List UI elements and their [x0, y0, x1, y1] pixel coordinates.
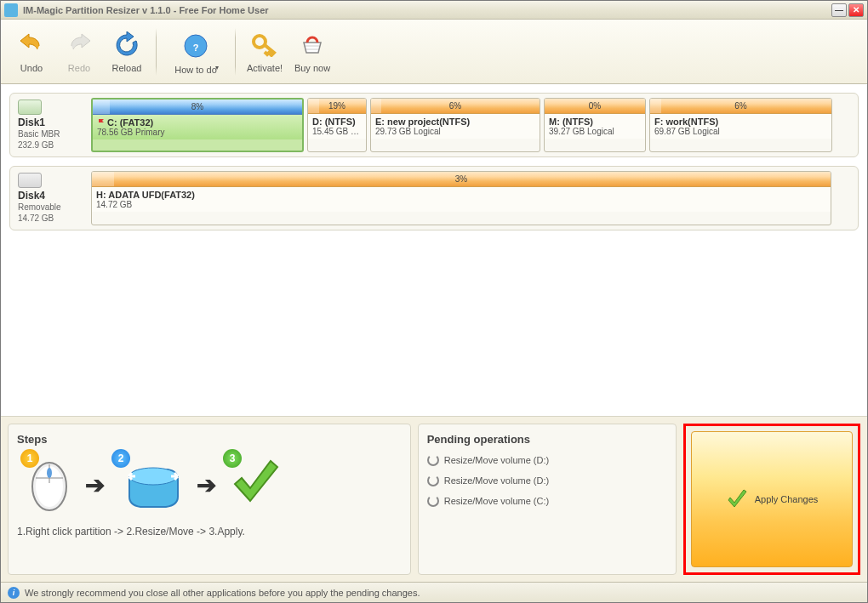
svg-text:?: ? [193, 43, 199, 53]
step-1-image: 1 [26, 454, 73, 515]
pending-label: Resize/Move volume (C:) [444, 496, 549, 506]
refresh-icon [427, 454, 439, 466]
partition-body: M: (NTFS)39.27 GB Logical [545, 114, 645, 139]
step-2-image: 2 [117, 454, 185, 515]
help-icon: ? [182, 32, 209, 60]
partition-percent: 6% [734, 101, 746, 111]
pending-label: Resize/Move volume (D:) [444, 475, 549, 486]
partition-title: H: ADATA UFD(FAT32) [96, 190, 826, 200]
toolbar-separator [156, 28, 157, 76]
partition[interactable]: 3%H: ADATA UFD(FAT32)14.72 GB [91, 171, 831, 225]
key-icon [251, 31, 278, 58]
disk-label: Disk4Removable14.72 GB [14, 171, 87, 225]
arrow-icon: ➔ [85, 471, 105, 499]
refresh-icon [427, 475, 439, 486]
undo-button[interactable]: Undo [8, 23, 55, 81]
apply-highlight: Apply Changes [683, 424, 860, 575]
svg-point-5 [47, 468, 52, 478]
apply-button[interactable]: Apply Changes [691, 431, 853, 567]
pending-title: Pending operations [427, 433, 667, 446]
arrow-icon: ➔ [197, 471, 216, 499]
partition-container: 8%C: (FAT32)78.56 GB Primary19%D: (NTFS)… [91, 98, 854, 152]
redo-icon [66, 31, 93, 58]
partition-body: C: (FAT32)78.56 GB Primary [93, 115, 302, 139]
basket-icon [299, 31, 326, 58]
disk-type: Removable [18, 202, 61, 213]
disk-size: 14.72 GB [18, 213, 54, 224]
disk-name: Disk4 [18, 190, 45, 202]
empty-area [1, 247, 867, 416]
disk-list: Disk1Basic MBR232.9 GB8%C: (FAT32)78.56 … [1, 84, 867, 247]
partition-container: 3%H: ADATA UFD(FAT32)14.72 GB [91, 171, 854, 225]
steps-title: Steps [17, 433, 402, 446]
titlebar[interactable]: IM-Magic Partition Resizer v 1.1.0 - Fre… [1, 1, 867, 20]
window-title: IM-Magic Partition Resizer v 1.1.0 - Fre… [23, 5, 831, 15]
partition-title: F: work(NTFS) [654, 117, 827, 127]
reload-button[interactable]: Reload [103, 23, 151, 81]
partition-bar: 6% [371, 99, 540, 114]
info-icon: i [8, 587, 20, 599]
pending-item[interactable]: Resize/Move volume (D:) [427, 454, 667, 466]
partition-body: H: ADATA UFD(FAT32)14.72 GB [92, 187, 831, 212]
apply-label: Apply Changes [755, 494, 819, 504]
partition-title: D: (NTFS) [312, 117, 362, 127]
howto-button[interactable]: ? How to do▾ [162, 23, 230, 81]
partition-info: 29.73 GB Logical [375, 127, 535, 136]
partition-info: 39.27 GB Logical [549, 127, 641, 136]
statusbar: i We strongly recommend you close all ot… [1, 582, 867, 602]
partition-bar: 19% [308, 99, 366, 114]
partition-title: E: new project(NTFS) [375, 117, 535, 127]
partition-bar: 3% [92, 172, 831, 187]
step-3-image: 3 [228, 454, 283, 515]
disk-type: Basic MBR [18, 128, 60, 139]
partition-percent: 0% [589, 101, 601, 111]
steps-hint: 1.Right click partition -> 2.Resize/Move… [17, 526, 402, 538]
check-icon [726, 488, 748, 510]
disk-label: Disk1Basic MBR232.9 GB [14, 98, 87, 152]
partition-percent: 8% [191, 102, 203, 111]
partition-body: F: work(NTFS)69.87 GB Logical [650, 114, 831, 139]
minimize-button[interactable]: — [831, 3, 847, 17]
status-text: We strongly recommend you close all othe… [25, 588, 420, 598]
partition-bar: 8% [93, 100, 302, 115]
partition[interactable]: 6%E: new project(NTFS)29.73 GB Logical [370, 98, 540, 152]
flag-icon [97, 118, 106, 127]
pending-item[interactable]: Resize/Move volume (C:) [427, 495, 667, 507]
disk-name: Disk1 [18, 117, 45, 128]
undo-icon [18, 31, 45, 58]
partition-body: E: new project(NTFS)29.73 GB Logical [371, 114, 540, 139]
partition-info: 14.72 GB [96, 200, 826, 209]
svg-point-6 [129, 468, 177, 485]
partition-bar: 0% [545, 99, 645, 114]
partition-percent: 19% [328, 101, 345, 111]
disk-row: Disk4Removable14.72 GB3%H: ADATA UFD(FAT… [9, 166, 859, 230]
partition-bar: 6% [650, 99, 831, 114]
partition-percent: 3% [455, 174, 467, 184]
partition-info: 78.56 GB Primary [97, 128, 298, 137]
partition-title: C: (FAT32) [97, 117, 298, 128]
bottom-panels: Steps 1 ➔ 2 ➔ 3 1.Right click partition … [1, 416, 867, 582]
pending-label: Resize/Move volume (D:) [444, 455, 549, 465]
toolbar: Undo Redo Reload ? How to do▾ Activate! … [1, 20, 867, 84]
activate-button[interactable]: Activate! [241, 23, 288, 81]
partition[interactable]: 6%F: work(NTFS)69.87 GB Logical [649, 98, 832, 152]
partition-info: 69.87 GB Logical [654, 127, 827, 136]
partition[interactable]: 19%D: (NTFS)15.45 GB L... [307, 98, 367, 152]
refresh-icon [427, 495, 439, 507]
redo-button: Redo [55, 23, 103, 81]
toolbar-separator [235, 28, 236, 76]
disk-icon [18, 100, 42, 115]
partition-body: D: (NTFS)15.45 GB L... [308, 114, 366, 139]
disk-size: 232.9 GB [18, 139, 54, 151]
partition[interactable]: 0%M: (NTFS)39.27 GB Logical [544, 98, 646, 152]
reload-icon [113, 31, 140, 58]
buy-button[interactable]: Buy now [288, 23, 336, 81]
pending-item[interactable]: Resize/Move volume (D:) [427, 475, 667, 486]
app-icon [4, 3, 18, 17]
partition-percent: 6% [449, 101, 461, 111]
partition[interactable]: 8%C: (FAT32)78.56 GB Primary [91, 98, 304, 152]
steps-panel: Steps 1 ➔ 2 ➔ 3 1.Right click partition … [8, 424, 411, 575]
disk-row: Disk1Basic MBR232.9 GB8%C: (FAT32)78.56 … [9, 93, 859, 157]
close-button[interactable]: ✕ [848, 3, 864, 17]
disk-icon [18, 173, 42, 188]
